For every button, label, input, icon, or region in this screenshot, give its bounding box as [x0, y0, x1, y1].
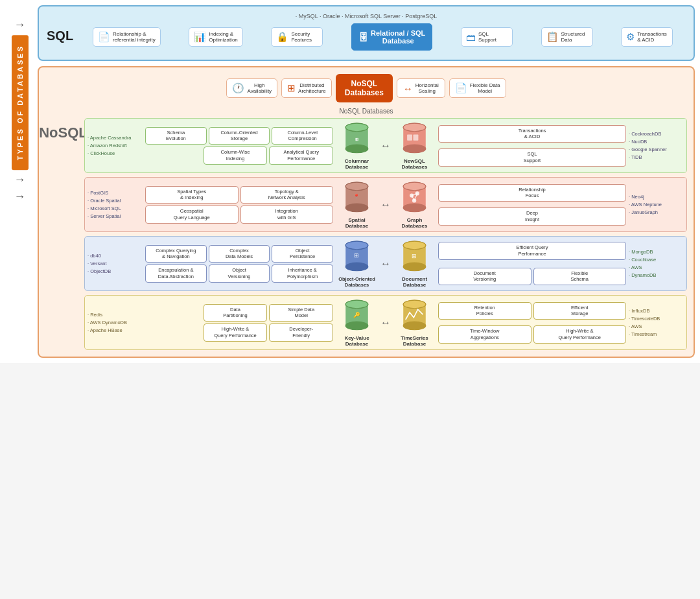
svg-text:⊞: ⊞: [355, 137, 358, 141]
sql-subtitle: · MySQL · Oracle · Microsoft SQL Server …: [47, 13, 686, 19]
kv-db-label: Key-ValueDatabase: [344, 335, 369, 347]
spatial-db-label: SpatialDatabase: [345, 217, 369, 229]
retention-policies-card: RetentionPolicies: [438, 302, 531, 320]
nosql-section: 🕐 HighAvailability ⊞ DistributedArchitec…: [38, 66, 695, 358]
db-row-spatial: · PostGIS· Oracle Spatial· Microsoft SQL…: [84, 177, 687, 232]
arrow-mid: →: [14, 173, 26, 187]
object-db-visual: ⊞ Object-OrientedDatabases: [336, 239, 378, 288]
spatial-features-right: RelationshipFocus DeepInsight: [438, 184, 626, 226]
svg-point-39: [345, 300, 368, 309]
graph-vendors: · Neo4j· AWS Neptune· JanusGraph: [629, 193, 684, 217]
document-vendors: · MongoDB· Couchbase· AWS· DynamoDB: [629, 248, 684, 279]
kv-db-visual: 🔑 Key-ValueDatabase: [336, 298, 378, 347]
svg-point-33: [403, 263, 426, 271]
kv-db-icon: 🔑: [339, 298, 375, 334]
column-oriented-card: Column-OrientedStorage: [209, 127, 270, 145]
graph-db-visual: GraphDatabases: [393, 180, 436, 229]
nosql-flexible-data: 📄 Flexible DataModel: [449, 78, 506, 98]
db-row-timeseries: · Redis· AWS DynamoDB· Apache HBase Data…: [84, 295, 687, 350]
developer-friendly-card: Developer-Friendly: [269, 323, 333, 342]
svg-point-22: [412, 198, 416, 202]
sql-feature-relationship: 📄 Relationship &referential integrity: [93, 27, 161, 47]
svg-point-7: [403, 145, 426, 153]
efficient-storage-card: EfficientStorage: [533, 302, 627, 320]
efficient-query-card: Efficient QueryPerformance: [438, 242, 626, 260]
svg-point-38: [345, 322, 368, 330]
db-type-rows: · Apache Cassandra· Amazon Redshift· Cli…: [84, 118, 687, 350]
svg-point-2: [345, 145, 368, 153]
simple-data-model-card: Simple DataModel: [269, 304, 333, 322]
svg-text:⊞: ⊞: [412, 252, 417, 259]
integration-gis-card: Integrationwith GIS: [240, 206, 334, 224]
types-label: TYPES OF DATABASES: [12, 35, 29, 170]
distributed-icon: ⊞: [287, 82, 296, 94]
svg-rect-9: [407, 134, 412, 140]
topology-card: Topology &Network Analysis: [240, 186, 334, 204]
sql-feature-indexing: 📊 Indexing &Optimization: [189, 27, 242, 47]
structured-data-icon: 📋: [546, 31, 559, 43]
data-partitioning-card: DataPartitioning: [204, 304, 268, 322]
page: → TYPES OF DATABASES → → · MySQL · Oracl…: [0, 0, 700, 363]
db-row-columnar: · Apache Cassandra· Amazon Redshift· Cli…: [84, 118, 687, 173]
sql-feature-structured: 📋 StructuredData: [541, 27, 593, 47]
arrow-kv: ↔: [380, 317, 391, 329]
svg-point-43: [403, 322, 426, 330]
object-persistence-card: ObjectPersistence: [272, 245, 333, 263]
svg-point-18: [403, 204, 426, 212]
newsql-vendors: · CockroachDB· NuoDB· Google Spanner· Ti…: [629, 130, 684, 161]
nosql-topbar: 🕐 HighAvailability ⊞ DistributedArchitec…: [45, 74, 687, 102]
complex-querying-card: Complex Querying& Navigation: [145, 245, 207, 263]
svg-rect-10: [414, 134, 419, 140]
svg-point-13: [345, 204, 368, 212]
svg-text:🔑: 🔑: [353, 311, 360, 319]
sql-section: · MySQL · Oracle · Microsoft SQL Server …: [38, 5, 695, 61]
kv-features-left: DataPartitioning Simple DataModel High-W…: [145, 304, 333, 342]
object-versioning-card: ObjectVersioning: [209, 264, 270, 283]
database-icon: 🗄: [358, 32, 368, 43]
nosql-main-label: NoSQL: [45, 118, 81, 148]
timeseries-db-visual: TimeSeriesDatabase: [393, 298, 436, 347]
ts-high-write-card: High-Write &Query Performance: [533, 325, 627, 344]
sql-support-right-card: SQLSupport: [438, 148, 626, 167]
document-db-icon: ⊞: [397, 239, 432, 275]
svg-point-3: [345, 123, 368, 132]
columnar-features-left: SchemaEvolution Column-OrientedStorage C…: [145, 127, 333, 165]
sql-support-icon: 🗃: [466, 32, 476, 43]
high-write-card: High-Write &Query Performance: [204, 323, 268, 342]
relationship-focus-card: RelationshipFocus: [438, 184, 626, 202]
sidebar: → TYPES OF DATABASES → →: [5, 5, 34, 358]
timeseries-db-icon: [397, 298, 432, 334]
deep-insight-card: DeepInsight: [438, 207, 626, 226]
svg-text:📍: 📍: [354, 193, 360, 200]
svg-point-34: [403, 241, 426, 250]
svg-point-19: [403, 182, 426, 191]
svg-point-8: [403, 123, 426, 132]
indexing-icon: 📊: [194, 31, 206, 43]
columnar-db-icon: ⊞: [339, 121, 375, 157]
graph-db-label: GraphDatabases: [401, 217, 427, 229]
spatial-features-left: Spatial Types& Indexing Topology &Networ…: [145, 186, 333, 224]
object-db-label: Object-OrientedDatabases: [338, 276, 375, 288]
complex-data-models-card: ComplexData Models: [209, 245, 270, 263]
arrow-spatial: ↔: [380, 199, 391, 211]
sql-feature-security: 🔒 SecurityFeatures: [271, 27, 323, 47]
inheritance-card: Inheritance &Polymorphism: [272, 264, 333, 283]
flexible-icon: 📄: [455, 82, 467, 94]
svg-point-14: [345, 182, 368, 191]
sql-title: SQL: [47, 29, 73, 43]
spatial-db-visual: 📍 SpatialDatabase: [336, 180, 378, 229]
column-level-card: Column-LevelCompression: [272, 127, 333, 145]
nosql-inner-label: NoSQL Databases: [45, 108, 687, 115]
transactions-icon: ⚙: [626, 31, 635, 43]
columnar-features-right: Transactions& ACID SQLSupport: [438, 125, 626, 167]
arrow-columnar: ↔: [380, 140, 391, 152]
spatial-vendors: · PostGIS· Oracle Spatial· Microsoft SQL…: [88, 189, 143, 220]
svg-text:⊞: ⊞: [355, 252, 360, 259]
encapsulation-card: Encapsulation &Data Abstraction: [145, 264, 207, 283]
scaling-icon: ↔: [403, 83, 413, 94]
geospatial-card: GeospatialQuery Language: [145, 206, 239, 224]
relationship-icon: 📄: [98, 31, 110, 43]
sql-feature-transactions: ⚙ Transactions& ACID: [621, 27, 673, 47]
object-features-right: Efficient QueryPerformance DocumentVersi…: [438, 242, 626, 285]
ts-vendors: · InfluxDB· TimescaleDB· AWS· Timestream: [629, 307, 684, 338]
